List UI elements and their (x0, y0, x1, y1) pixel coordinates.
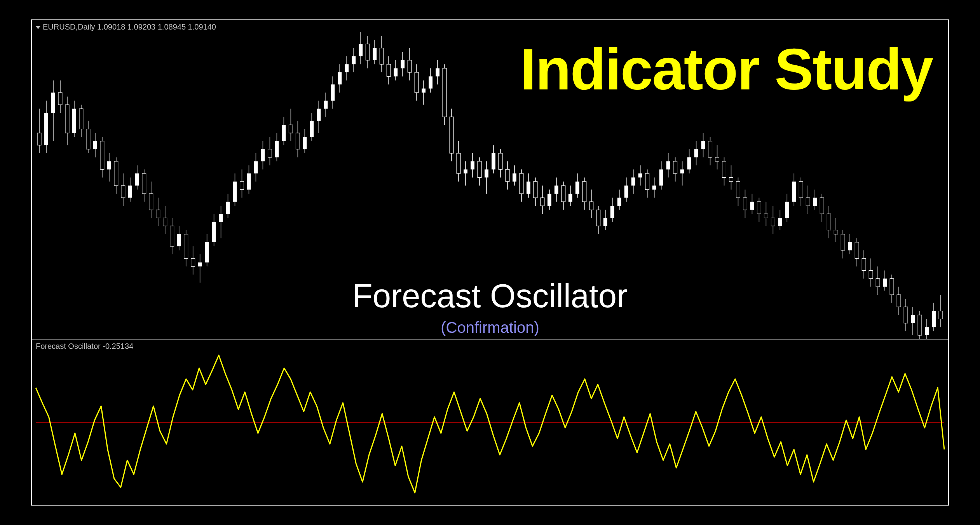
svg-rect-251 (911, 315, 915, 323)
svg-rect-133 (499, 153, 502, 170)
dropdown-triangle-icon[interactable] (36, 26, 40, 29)
svg-rect-41 (177, 234, 181, 246)
svg-rect-19 (100, 141, 104, 170)
svg-rect-191 (701, 141, 705, 149)
svg-rect-7 (58, 93, 62, 105)
svg-rect-111 (422, 89, 425, 93)
price-pane-label: EURUSD,Daily 1.09018 1.09203 1.08945 1.0… (36, 23, 216, 32)
svg-rect-211 (771, 218, 775, 226)
svg-rect-21 (107, 161, 111, 170)
indicator-pane-label: Forecast Oscillator -0.25134 (36, 342, 133, 351)
overlay-title: Indicator Study (520, 36, 933, 103)
svg-rect-189 (694, 149, 698, 158)
svg-rect-63 (254, 161, 258, 173)
svg-rect-235 (855, 242, 859, 259)
svg-rect-47 (198, 262, 202, 266)
svg-rect-85 (331, 84, 335, 101)
svg-rect-97 (373, 48, 377, 60)
svg-rect-1 (37, 133, 41, 145)
svg-rect-241 (876, 278, 880, 287)
svg-rect-209 (764, 214, 768, 218)
svg-rect-255 (925, 327, 929, 335)
svg-rect-99 (380, 48, 384, 65)
svg-rect-217 (792, 182, 796, 202)
svg-rect-77 (303, 137, 307, 149)
svg-rect-123 (464, 170, 467, 173)
svg-rect-127 (478, 161, 481, 178)
chart-window: EURUSD,Daily 1.09018 1.09203 1.08945 1.0… (31, 19, 949, 506)
svg-rect-141 (527, 182, 530, 194)
svg-rect-89 (345, 64, 349, 72)
svg-rect-61 (247, 173, 251, 190)
svg-rect-113 (429, 76, 432, 88)
svg-rect-145 (541, 198, 544, 206)
svg-rect-107 (408, 60, 412, 72)
svg-rect-143 (534, 182, 537, 198)
svg-rect-153 (568, 194, 572, 202)
svg-rect-33 (149, 194, 153, 210)
svg-rect-37 (163, 218, 167, 226)
svg-rect-181 (666, 161, 670, 170)
svg-rect-197 (722, 161, 726, 178)
svg-rect-45 (191, 258, 195, 266)
svg-rect-237 (862, 258, 866, 270)
svg-rect-81 (317, 109, 321, 121)
svg-rect-203 (743, 198, 747, 210)
svg-rect-243 (883, 278, 887, 287)
svg-rect-225 (820, 198, 824, 214)
svg-rect-139 (520, 173, 523, 194)
svg-rect-57 (233, 182, 237, 202)
svg-rect-91 (352, 56, 356, 64)
svg-rect-49 (205, 242, 209, 262)
svg-rect-125 (471, 161, 474, 170)
svg-rect-51 (212, 222, 216, 242)
svg-rect-11 (72, 109, 76, 133)
svg-rect-35 (156, 210, 160, 218)
price-pane-label-text: EURUSD,Daily 1.09018 1.09203 1.08945 1.0… (43, 23, 216, 31)
svg-rect-175 (645, 173, 649, 190)
svg-rect-119 (450, 117, 453, 153)
svg-rect-23 (114, 161, 118, 186)
svg-rect-161 (596, 210, 600, 226)
svg-rect-129 (485, 170, 488, 178)
svg-rect-151 (561, 186, 565, 202)
svg-rect-25 (121, 186, 125, 198)
svg-rect-65 (261, 149, 265, 161)
overlay-indicator-name: Forecast Oscillator (352, 277, 628, 315)
svg-rect-155 (575, 182, 579, 194)
svg-rect-187 (687, 157, 691, 169)
svg-rect-43 (184, 234, 188, 258)
svg-rect-95 (366, 44, 370, 60)
price-chart-pane[interactable]: EURUSD,Daily 1.09018 1.09203 1.08945 1.0… (32, 20, 948, 339)
svg-rect-149 (555, 186, 558, 194)
svg-rect-171 (631, 177, 635, 186)
svg-rect-117 (443, 68, 446, 117)
svg-rect-31 (142, 173, 146, 194)
svg-rect-205 (750, 202, 754, 210)
svg-rect-137 (513, 173, 516, 182)
svg-rect-227 (827, 214, 831, 230)
svg-rect-131 (492, 153, 495, 170)
svg-rect-185 (680, 170, 684, 173)
svg-rect-93 (359, 44, 363, 56)
svg-rect-13 (79, 109, 83, 129)
svg-rect-39 (170, 226, 174, 246)
svg-rect-67 (268, 149, 272, 158)
svg-rect-245 (890, 278, 894, 295)
svg-rect-69 (275, 141, 279, 158)
svg-rect-115 (436, 68, 439, 77)
svg-rect-229 (834, 230, 838, 234)
svg-rect-59 (240, 182, 244, 190)
svg-rect-213 (778, 218, 782, 226)
svg-rect-147 (548, 194, 551, 206)
svg-rect-193 (708, 141, 712, 158)
svg-rect-173 (638, 173, 642, 177)
svg-rect-75 (296, 133, 300, 149)
svg-rect-231 (841, 234, 845, 250)
svg-rect-223 (813, 198, 817, 206)
svg-rect-79 (310, 121, 314, 137)
oscillator-chart (32, 340, 948, 506)
svg-rect-207 (757, 202, 761, 214)
svg-rect-53 (219, 214, 223, 222)
indicator-pane[interactable]: Forecast Oscillator -0.25134 (32, 339, 948, 506)
